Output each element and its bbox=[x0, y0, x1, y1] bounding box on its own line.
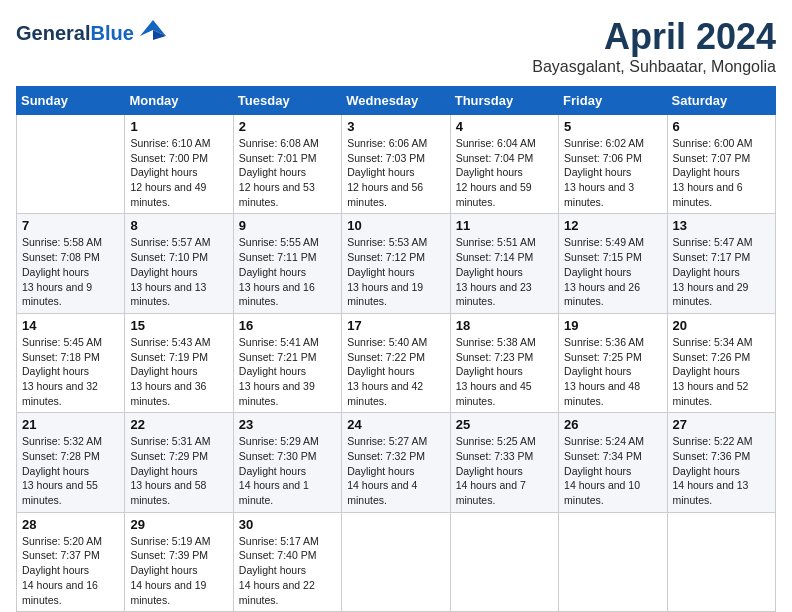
weekday-header-wednesday: Wednesday bbox=[342, 87, 450, 115]
day-info: Sunrise: 5:20 AMSunset: 7:37 PMDaylight … bbox=[22, 534, 119, 607]
day-number: 30 bbox=[239, 517, 336, 532]
day-number: 18 bbox=[456, 318, 553, 333]
day-number: 20 bbox=[673, 318, 770, 333]
calendar-cell: 15Sunrise: 5:43 AMSunset: 7:19 PMDayligh… bbox=[125, 313, 233, 412]
day-info: Sunrise: 6:04 AMSunset: 7:04 PMDaylight … bbox=[456, 136, 553, 209]
calendar-cell: 23Sunrise: 5:29 AMSunset: 7:30 PMDayligh… bbox=[233, 413, 341, 512]
month-title: April 2024 bbox=[532, 16, 776, 58]
calendar-cell bbox=[450, 512, 558, 611]
day-number: 3 bbox=[347, 119, 444, 134]
day-info: Sunrise: 5:58 AMSunset: 7:08 PMDaylight … bbox=[22, 235, 119, 308]
calendar-cell: 28Sunrise: 5:20 AMSunset: 7:37 PMDayligh… bbox=[17, 512, 125, 611]
logo-bird-icon bbox=[138, 16, 168, 46]
day-number: 19 bbox=[564, 318, 661, 333]
day-number: 2 bbox=[239, 119, 336, 134]
calendar-cell: 25Sunrise: 5:25 AMSunset: 7:33 PMDayligh… bbox=[450, 413, 558, 512]
calendar-cell: 14Sunrise: 5:45 AMSunset: 7:18 PMDayligh… bbox=[17, 313, 125, 412]
calendar-cell: 2Sunrise: 6:08 AMSunset: 7:01 PMDaylight… bbox=[233, 115, 341, 214]
day-info: Sunrise: 5:43 AMSunset: 7:19 PMDaylight … bbox=[130, 335, 227, 408]
calendar-cell: 6Sunrise: 6:00 AMSunset: 7:07 PMDaylight… bbox=[667, 115, 775, 214]
week-row-4: 21Sunrise: 5:32 AMSunset: 7:28 PMDayligh… bbox=[17, 413, 776, 512]
calendar-cell: 5Sunrise: 6:02 AMSunset: 7:06 PMDaylight… bbox=[559, 115, 667, 214]
day-info: Sunrise: 5:31 AMSunset: 7:29 PMDaylight … bbox=[130, 434, 227, 507]
calendar-cell: 26Sunrise: 5:24 AMSunset: 7:34 PMDayligh… bbox=[559, 413, 667, 512]
day-number: 23 bbox=[239, 417, 336, 432]
day-info: Sunrise: 5:17 AMSunset: 7:40 PMDaylight … bbox=[239, 534, 336, 607]
weekday-header-saturday: Saturday bbox=[667, 87, 775, 115]
day-info: Sunrise: 5:24 AMSunset: 7:34 PMDaylight … bbox=[564, 434, 661, 507]
day-number: 17 bbox=[347, 318, 444, 333]
day-number: 11 bbox=[456, 218, 553, 233]
calendar-cell: 18Sunrise: 5:38 AMSunset: 7:23 PMDayligh… bbox=[450, 313, 558, 412]
day-info: Sunrise: 5:40 AMSunset: 7:22 PMDaylight … bbox=[347, 335, 444, 408]
day-number: 16 bbox=[239, 318, 336, 333]
calendar-cell: 24Sunrise: 5:27 AMSunset: 7:32 PMDayligh… bbox=[342, 413, 450, 512]
calendar-cell: 10Sunrise: 5:53 AMSunset: 7:12 PMDayligh… bbox=[342, 214, 450, 313]
calendar-cell: 7Sunrise: 5:58 AMSunset: 7:08 PMDaylight… bbox=[17, 214, 125, 313]
day-number: 13 bbox=[673, 218, 770, 233]
day-number: 22 bbox=[130, 417, 227, 432]
title-block: April 2024 Bayasgalant, Suhbaatar, Mongo… bbox=[532, 16, 776, 76]
calendar-cell: 8Sunrise: 5:57 AMSunset: 7:10 PMDaylight… bbox=[125, 214, 233, 313]
calendar-cell: 4Sunrise: 6:04 AMSunset: 7:04 PMDaylight… bbox=[450, 115, 558, 214]
day-info: Sunrise: 5:53 AMSunset: 7:12 PMDaylight … bbox=[347, 235, 444, 308]
day-number: 14 bbox=[22, 318, 119, 333]
calendar-cell: 19Sunrise: 5:36 AMSunset: 7:25 PMDayligh… bbox=[559, 313, 667, 412]
calendar-cell: 22Sunrise: 5:31 AMSunset: 7:29 PMDayligh… bbox=[125, 413, 233, 512]
logo: GeneralBlue bbox=[16, 16, 168, 50]
day-number: 12 bbox=[564, 218, 661, 233]
day-info: Sunrise: 5:41 AMSunset: 7:21 PMDaylight … bbox=[239, 335, 336, 408]
calendar-cell: 29Sunrise: 5:19 AMSunset: 7:39 PMDayligh… bbox=[125, 512, 233, 611]
calendar-cell: 13Sunrise: 5:47 AMSunset: 7:17 PMDayligh… bbox=[667, 214, 775, 313]
day-info: Sunrise: 5:29 AMSunset: 7:30 PMDaylight … bbox=[239, 434, 336, 507]
calendar-cell: 1Sunrise: 6:10 AMSunset: 7:00 PMDaylight… bbox=[125, 115, 233, 214]
calendar-cell: 16Sunrise: 5:41 AMSunset: 7:21 PMDayligh… bbox=[233, 313, 341, 412]
day-number: 27 bbox=[673, 417, 770, 432]
day-number: 29 bbox=[130, 517, 227, 532]
weekday-header-tuesday: Tuesday bbox=[233, 87, 341, 115]
day-number: 9 bbox=[239, 218, 336, 233]
day-number: 4 bbox=[456, 119, 553, 134]
calendar-cell bbox=[559, 512, 667, 611]
calendar-cell: 11Sunrise: 5:51 AMSunset: 7:14 PMDayligh… bbox=[450, 214, 558, 313]
calendar-cell: 21Sunrise: 5:32 AMSunset: 7:28 PMDayligh… bbox=[17, 413, 125, 512]
weekday-header-monday: Monday bbox=[125, 87, 233, 115]
day-info: Sunrise: 5:49 AMSunset: 7:15 PMDaylight … bbox=[564, 235, 661, 308]
day-info: Sunrise: 5:34 AMSunset: 7:26 PMDaylight … bbox=[673, 335, 770, 408]
day-info: Sunrise: 5:47 AMSunset: 7:17 PMDaylight … bbox=[673, 235, 770, 308]
day-info: Sunrise: 5:25 AMSunset: 7:33 PMDaylight … bbox=[456, 434, 553, 507]
day-info: Sunrise: 5:27 AMSunset: 7:32 PMDaylight … bbox=[347, 434, 444, 507]
day-number: 1 bbox=[130, 119, 227, 134]
day-info: Sunrise: 6:06 AMSunset: 7:03 PMDaylight … bbox=[347, 136, 444, 209]
weekday-header-row: SundayMondayTuesdayWednesdayThursdayFrid… bbox=[17, 87, 776, 115]
calendar-cell: 17Sunrise: 5:40 AMSunset: 7:22 PMDayligh… bbox=[342, 313, 450, 412]
day-info: Sunrise: 5:57 AMSunset: 7:10 PMDaylight … bbox=[130, 235, 227, 308]
day-info: Sunrise: 6:00 AMSunset: 7:07 PMDaylight … bbox=[673, 136, 770, 209]
logo-blue: Blue bbox=[90, 22, 133, 44]
day-info: Sunrise: 5:55 AMSunset: 7:11 PMDaylight … bbox=[239, 235, 336, 308]
day-info: Sunrise: 5:51 AMSunset: 7:14 PMDaylight … bbox=[456, 235, 553, 308]
day-info: Sunrise: 5:22 AMSunset: 7:36 PMDaylight … bbox=[673, 434, 770, 507]
day-number: 24 bbox=[347, 417, 444, 432]
day-number: 21 bbox=[22, 417, 119, 432]
day-number: 26 bbox=[564, 417, 661, 432]
day-info: Sunrise: 6:08 AMSunset: 7:01 PMDaylight … bbox=[239, 136, 336, 209]
week-row-5: 28Sunrise: 5:20 AMSunset: 7:37 PMDayligh… bbox=[17, 512, 776, 611]
day-info: Sunrise: 6:02 AMSunset: 7:06 PMDaylight … bbox=[564, 136, 661, 209]
day-number: 7 bbox=[22, 218, 119, 233]
day-number: 28 bbox=[22, 517, 119, 532]
calendar-cell bbox=[17, 115, 125, 214]
calendar-cell bbox=[667, 512, 775, 611]
day-number: 15 bbox=[130, 318, 227, 333]
day-info: Sunrise: 6:10 AMSunset: 7:00 PMDaylight … bbox=[130, 136, 227, 209]
calendar-cell: 9Sunrise: 5:55 AMSunset: 7:11 PMDaylight… bbox=[233, 214, 341, 313]
week-row-2: 7Sunrise: 5:58 AMSunset: 7:08 PMDaylight… bbox=[17, 214, 776, 313]
week-row-3: 14Sunrise: 5:45 AMSunset: 7:18 PMDayligh… bbox=[17, 313, 776, 412]
calendar-cell: 12Sunrise: 5:49 AMSunset: 7:15 PMDayligh… bbox=[559, 214, 667, 313]
calendar-cell: 3Sunrise: 6:06 AMSunset: 7:03 PMDaylight… bbox=[342, 115, 450, 214]
logo-general: General bbox=[16, 22, 90, 44]
day-info: Sunrise: 5:32 AMSunset: 7:28 PMDaylight … bbox=[22, 434, 119, 507]
day-number: 6 bbox=[673, 119, 770, 134]
week-row-1: 1Sunrise: 6:10 AMSunset: 7:00 PMDaylight… bbox=[17, 115, 776, 214]
calendar-cell: 20Sunrise: 5:34 AMSunset: 7:26 PMDayligh… bbox=[667, 313, 775, 412]
